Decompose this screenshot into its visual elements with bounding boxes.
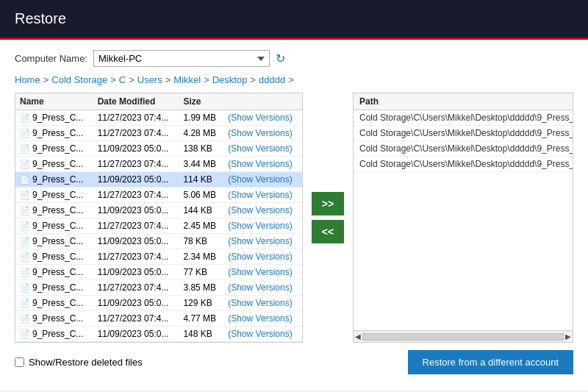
file-icon: 📄 xyxy=(20,268,30,277)
page-title: Restore xyxy=(15,10,66,26)
file-name-cell: 📄9_Press_C... xyxy=(15,188,93,203)
show-versions-cell[interactable]: (Show Versions) xyxy=(223,141,302,157)
file-size-cell: 3.44 MB xyxy=(179,157,223,172)
deleted-files-label: Show/Restore deleted files xyxy=(29,357,143,368)
show-versions-link[interactable]: (Show Versions) xyxy=(228,174,292,185)
right-panel: Path Cold Storage\C\Users\Mikkel\Desktop… xyxy=(353,93,573,343)
deleted-files-checkbox-label[interactable]: Show/Restore deleted files xyxy=(15,357,143,368)
right-panel-body[interactable]: Cold Storage\C\Users\Mikkel\Desktop\dddd… xyxy=(354,110,573,330)
table-row[interactable]: 📄9_Press_C...11/09/2023 05:0...144 KB(Sh… xyxy=(15,203,302,218)
show-versions-link[interactable]: (Show Versions) xyxy=(228,267,292,277)
show-versions-cell[interactable]: (Show Versions) xyxy=(223,157,302,172)
breadcrumb-item[interactable]: Users xyxy=(137,74,162,85)
bottom-row: Show/Restore deleted files Restore from … xyxy=(15,350,573,374)
table-row[interactable]: 📄9_Press_C...11/27/2023 07:4...2.34 MB(S… xyxy=(15,249,302,265)
col-name: Name xyxy=(15,93,93,110)
file-date-cell: 11/27/2023 07:4... xyxy=(93,280,179,296)
breadcrumb-separator: > xyxy=(288,74,294,85)
file-size-cell: 4.28 MB xyxy=(179,126,223,141)
file-name-cell: 📄9_Press_C... xyxy=(15,311,93,327)
table-row[interactable]: 📄9_Press_C...11/27/2023 07:4...4.77 MB(S… xyxy=(15,311,302,327)
show-versions-cell[interactable]: (Show Versions) xyxy=(223,172,302,188)
table-row[interactable]: 📄9_Press_C...11/09/2023 05:0...77 KB(Sho… xyxy=(15,265,302,280)
file-name-cell: 📄9_Press_C... xyxy=(15,249,93,265)
file-icon: 📄 xyxy=(20,175,30,184)
file-date-cell: 11/09/2023 05:0... xyxy=(93,327,179,342)
show-versions-link[interactable]: (Show Versions) xyxy=(228,143,292,154)
file-size-cell: 1.99 MB xyxy=(179,110,223,126)
back-button[interactable]: << xyxy=(312,220,344,243)
table-row[interactable]: 📄9_Press_C...11/09/2023 05:0...129 KB(Sh… xyxy=(15,296,302,311)
show-versions-cell[interactable]: (Show Versions) xyxy=(223,203,302,218)
show-versions-link[interactable]: (Show Versions) xyxy=(228,329,292,339)
file-name-cell: 📄9_Press_C... xyxy=(15,110,93,126)
file-date-cell: 11/09/2023 05:0... xyxy=(93,172,179,188)
show-versions-cell[interactable]: (Show Versions) xyxy=(223,234,302,249)
file-name-cell: 📄9_Press_C... xyxy=(15,234,93,249)
show-versions-cell[interactable]: (Show Versions) xyxy=(223,265,302,280)
file-name-cell: 📄9_Press_C... xyxy=(15,218,93,234)
col-action xyxy=(223,93,302,110)
breadcrumb-item[interactable]: C xyxy=(119,74,126,85)
show-versions-link[interactable]: (Show Versions) xyxy=(228,282,292,293)
show-versions-link[interactable]: (Show Versions) xyxy=(228,205,292,215)
show-versions-link[interactable]: (Show Versions) xyxy=(228,298,292,308)
computer-name-label: Computer Name: xyxy=(15,53,87,64)
table-row[interactable]: 📄9_Press_C...11/27/2023 07:4...1.99 MB(S… xyxy=(15,110,302,126)
show-versions-link[interactable]: (Show Versions) xyxy=(228,313,292,324)
show-versions-link[interactable]: (Show Versions) xyxy=(228,236,292,246)
show-versions-cell[interactable]: (Show Versions) xyxy=(223,110,302,126)
main-content: Computer Name: Mikkel-PC ↻ Home > Cold S… xyxy=(0,40,588,391)
breadcrumb-item[interactable]: Home xyxy=(15,74,40,85)
table-row[interactable]: 📄9_Press_C...11/27/2023 07:4...3.44 MB(S… xyxy=(15,157,302,172)
file-date-cell: 11/27/2023 07:4... xyxy=(93,188,179,203)
show-versions-cell[interactable]: (Show Versions) xyxy=(223,188,302,203)
breadcrumb-item[interactable]: Cold Storage xyxy=(51,74,107,85)
forward-button[interactable]: >> xyxy=(312,192,344,215)
computer-name-select[interactable]: Mikkel-PC xyxy=(93,50,270,67)
show-versions-link[interactable]: (Show Versions) xyxy=(228,159,292,169)
table-row[interactable]: 📄9_Press_C...11/09/2023 05:0...78 KB(Sho… xyxy=(15,234,302,249)
breadcrumb: Home > Cold Storage > C > Users > Mikkel… xyxy=(15,74,573,85)
breadcrumb-separator: > xyxy=(250,74,256,85)
show-versions-cell[interactable]: (Show Versions) xyxy=(223,280,302,296)
table-row[interactable]: 📄9_Press_C...11/09/2023 05:0...138 KB(Sh… xyxy=(15,141,302,157)
show-versions-link[interactable]: (Show Versions) xyxy=(228,128,292,138)
file-icon: 📄 xyxy=(20,237,30,246)
table-row[interactable]: 📄9_Press_C...11/27/2023 07:4...2.45 MB(S… xyxy=(15,218,302,234)
table-row[interactable]: 📄9_Press_C...11/27/2023 07:4...4.28 MB(S… xyxy=(15,126,302,141)
breadcrumb-item[interactable]: Desktop xyxy=(212,74,248,85)
file-size-cell: 114 KB xyxy=(179,172,223,188)
breadcrumb-separator: > xyxy=(129,74,135,85)
refresh-icon[interactable]: ↻ xyxy=(276,51,285,65)
breadcrumb-item[interactable]: ddddd xyxy=(259,74,285,85)
deleted-files-checkbox[interactable] xyxy=(15,357,24,367)
show-versions-link[interactable]: (Show Versions) xyxy=(228,113,292,123)
file-table: Name Date Modified Size 📄9_Press_C...11/… xyxy=(15,93,302,342)
file-name-cell: 📄9_Press_C... xyxy=(15,280,93,296)
show-versions-cell[interactable]: (Show Versions) xyxy=(223,327,302,342)
breadcrumb-item[interactable]: Mikkel xyxy=(173,74,201,85)
show-versions-link[interactable]: (Show Versions) xyxy=(228,221,292,231)
show-versions-cell[interactable]: (Show Versions) xyxy=(223,296,302,311)
show-versions-link[interactable]: (Show Versions) xyxy=(228,190,292,200)
table-row[interactable]: 📄9_Press_C...11/27/2023 07:4...5.06 MB(S… xyxy=(15,188,302,203)
table-row[interactable]: 📄9_Press_C...11/09/2023 05:0...148 KB(Sh… xyxy=(15,327,302,342)
scroll-right-icon[interactable]: ▶ xyxy=(565,332,571,341)
show-versions-cell[interactable]: (Show Versions) xyxy=(223,126,302,141)
file-name-cell: 📄9_Press_C... xyxy=(15,157,93,172)
file-name-cell: 📄9_Press_C... xyxy=(15,296,93,311)
file-icon: 📄 xyxy=(20,252,30,261)
show-versions-cell[interactable]: (Show Versions) xyxy=(223,249,302,265)
file-list-scroll[interactable]: Name Date Modified Size 📄9_Press_C...11/… xyxy=(15,93,302,342)
show-versions-cell[interactable]: (Show Versions) xyxy=(223,311,302,327)
table-row[interactable]: 📄9_Press_C...11/09/2023 05:0...114 KB(Sh… xyxy=(15,172,302,188)
file-size-cell: 129 KB xyxy=(179,296,223,311)
show-versions-cell[interactable]: (Show Versions) xyxy=(223,218,302,234)
restore-different-account-button[interactable]: Restore from a different account xyxy=(408,350,573,374)
scroll-left-icon[interactable]: ◀ xyxy=(355,332,361,341)
horizontal-scrollbar[interactable] xyxy=(362,333,564,341)
show-versions-link[interactable]: (Show Versions) xyxy=(228,252,292,262)
path-item: Cold Storage\C\Users\Mikkel\Desktop\dddd… xyxy=(354,141,573,157)
table-row[interactable]: 📄9_Press_C...11/27/2023 07:4...3.85 MB(S… xyxy=(15,280,302,296)
